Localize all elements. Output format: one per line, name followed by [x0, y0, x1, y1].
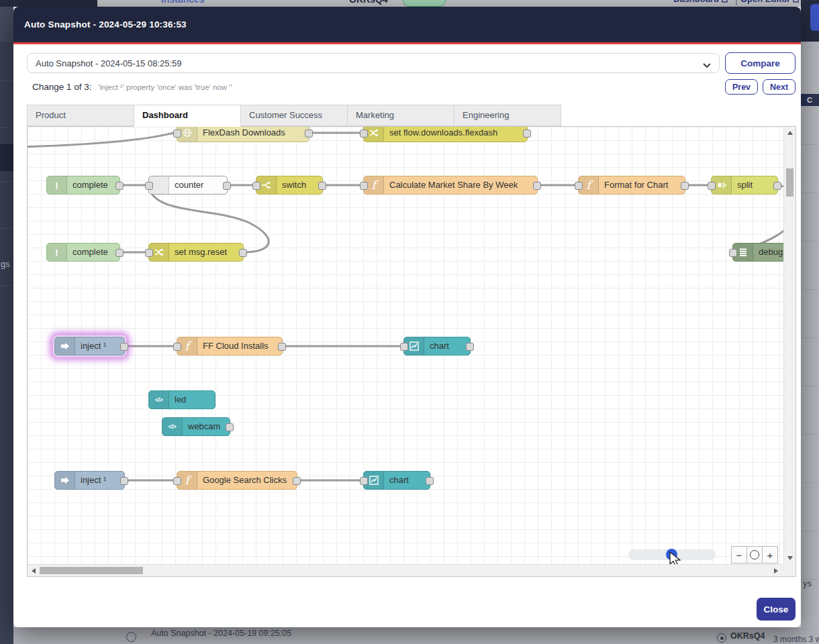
- scroll-up-arrow[interactable]: [787, 131, 793, 135]
- output-port[interactable]: [226, 423, 234, 431]
- node-label: FF Cloud Installs: [203, 337, 269, 354]
- input-port[interactable]: [360, 182, 368, 190]
- input-port[interactable]: [173, 129, 181, 138]
- node-counter[interactable]: counter: [148, 176, 228, 195]
- node-label: Format for Chart: [604, 176, 668, 193]
- wire-into-flexdash: [28, 133, 174, 147]
- node-format-for-chart[interactable]: fFormat for Chart: [578, 176, 685, 195]
- chevron-down-icon: [703, 60, 711, 70]
- scroll-left-arrow[interactable]: [32, 568, 36, 574]
- snapshot-select[interactable]: Auto Snapshot - 2024-05-15 08:25:59: [27, 53, 720, 73]
- change-detail-text: 'inject ¹' property 'once' was 'true' no…: [99, 83, 232, 91]
- output-port[interactable]: [681, 182, 689, 190]
- input-port[interactable]: [360, 129, 368, 138]
- sidebar-item-active[interactable]: [0, 144, 13, 171]
- node-complete-2[interactable]: !complete: [46, 243, 120, 262]
- clock-icon: [126, 632, 136, 642]
- tab-marketing[interactable]: Marketing: [347, 105, 454, 126]
- next-button[interactable]: Next: [763, 79, 796, 95]
- input-port[interactable]: [145, 182, 153, 190]
- zoom-out-button[interactable]: −: [731, 546, 747, 564]
- breadcrumb-instances[interactable]: Instances: [161, 0, 205, 5]
- output-port[interactable]: [115, 182, 124, 190]
- vertical-scrollbar-thumb[interactable]: [786, 168, 793, 197]
- output-port[interactable]: [773, 182, 781, 190]
- open-editor-button[interactable]: Open Editor: [740, 0, 800, 4]
- node-label: inject ¹: [81, 337, 106, 354]
- input-port[interactable]: [575, 182, 583, 190]
- output-port[interactable]: [523, 129, 531, 138]
- breadcrumb-project: OKRsQ4: [349, 0, 388, 5]
- navbar-separator: [736, 0, 737, 5]
- node-debug[interactable]: debug: [732, 243, 783, 262]
- close-button[interactable]: Close: [757, 598, 796, 621]
- input-port[interactable]: [173, 477, 181, 485]
- node-label: webcam: [188, 418, 220, 435]
- node-chart-1[interactable]: chart: [403, 337, 471, 356]
- node-calculate-market-share-by-week[interactable]: fCalculate Market Share By Week: [363, 176, 538, 195]
- inject-icon: [55, 472, 75, 489]
- prev-button[interactable]: Prev: [725, 79, 758, 95]
- scroll-right-arrow[interactable]: [774, 568, 778, 574]
- input-port[interactable]: [360, 477, 368, 485]
- horizontal-scrollbar[interactable]: [28, 564, 783, 576]
- output-port[interactable]: [293, 477, 301, 485]
- node-label: set flow.downloads.flexdash: [389, 127, 497, 141]
- output-port[interactable]: [115, 249, 124, 257]
- output-port[interactable]: [466, 343, 474, 351]
- scroll-down-arrow[interactable]: [787, 556, 793, 560]
- node-google-search-clicks[interactable]: fGoogle Search Clicks: [177, 471, 297, 490]
- input-port[interactable]: [708, 182, 716, 190]
- background-age-label: 3 months 3 weeks 4 d: [773, 635, 819, 644]
- change-counter-label: Change 1 of 3:: [32, 82, 92, 92]
- node-ff-cloud-installs[interactable]: fFF Cloud Installs: [177, 337, 283, 356]
- node-set-msg-reset[interactable]: set msg.reset: [148, 243, 244, 262]
- background-right-panel: C ys: [801, 0, 819, 644]
- output-port[interactable]: [120, 343, 128, 351]
- node-label: FlexDash Downloads: [203, 127, 285, 141]
- tab-engineering[interactable]: Engineering: [454, 105, 561, 126]
- mouse-cursor: [668, 551, 683, 564]
- output-port[interactable]: [305, 129, 313, 138]
- node-inject-2[interactable]: inject ¹: [54, 471, 125, 490]
- node-split[interactable]: split: [711, 176, 778, 195]
- sidebar-item-partial-label[interactable]: gs: [1, 259, 10, 269]
- vertical-scrollbar[interactable]: [783, 127, 796, 564]
- output-port[interactable]: [120, 477, 128, 485]
- input-port[interactable]: [729, 249, 737, 257]
- background-navbar: Instances OKRsQ4 Dashboard Open Editor: [0, 0, 819, 7]
- output-port[interactable]: [318, 182, 326, 190]
- dialog-header: Auto Snapshot - 2024-05-29 10:36:53: [13, 7, 801, 42]
- tab-customer-success[interactable]: Customer Success: [240, 105, 348, 126]
- node-switch[interactable]: switch: [256, 176, 323, 195]
- zoom-in-button[interactable]: +: [762, 546, 778, 564]
- output-port[interactable]: [426, 477, 434, 485]
- background-right-navy-bar: C: [801, 94, 819, 106]
- flow-canvas[interactable]: FlexDash Downloadsset flow.downloads.fle…: [28, 127, 783, 564]
- output-port[interactable]: [239, 249, 247, 257]
- node-led[interactable]: </>led: [148, 390, 215, 409]
- compare-button[interactable]: Compare: [725, 52, 796, 74]
- input-port[interactable]: [400, 343, 408, 351]
- node-inject-selected[interactable]: inject ¹: [54, 337, 125, 356]
- background-right-blue-chip: [810, 4, 819, 31]
- node-complete-1[interactable]: !complete: [46, 176, 120, 195]
- change-summary: Change 1 of 3: 'inject ¹' property 'once…: [32, 82, 232, 97]
- tab-dashboard[interactable]: Dashboard: [134, 105, 241, 127]
- node-webcam[interactable]: </>webcam: [162, 417, 230, 436]
- output-port[interactable]: [223, 182, 231, 190]
- node-flexdash-downloads[interactable]: FlexDash Downloads: [177, 127, 309, 142]
- node-chart-2[interactable]: chart: [363, 471, 430, 490]
- input-port[interactable]: [173, 343, 181, 351]
- zoom-controls: − +: [731, 546, 778, 564]
- input-port[interactable]: [145, 249, 153, 257]
- zoom-reset-button[interactable]: [746, 546, 763, 564]
- input-port[interactable]: [252, 182, 260, 190]
- output-port[interactable]: [278, 343, 286, 351]
- output-port[interactable]: [533, 182, 541, 190]
- tab-product[interactable]: Product: [27, 105, 134, 126]
- dashboard-button[interactable]: Dashboard: [673, 0, 728, 4]
- node-set-flow-downloads-flexdash[interactable]: set flow.downloads.flexdash: [363, 127, 528, 142]
- horizontal-scrollbar-thumb[interactable]: [40, 567, 143, 574]
- status-badge: [403, 0, 446, 7]
